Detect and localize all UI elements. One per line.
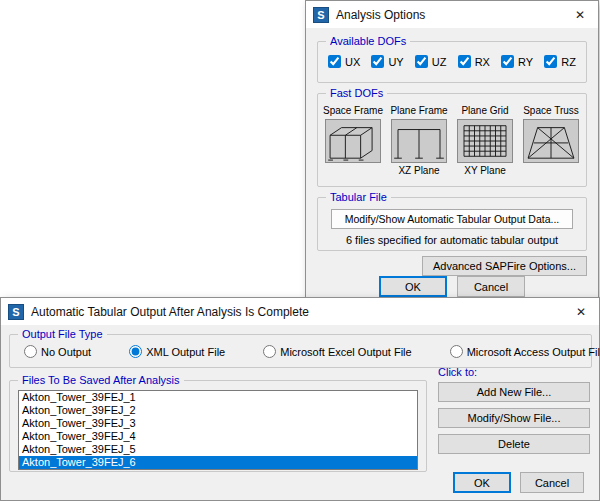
dof-checkbox-item-ry[interactable]: RY xyxy=(501,55,533,68)
file-list-item[interactable]: Akton_Tower_39FEJ_3 xyxy=(19,417,417,430)
space-truss-button[interactable] xyxy=(523,119,579,163)
close-icon: ✕ xyxy=(576,305,586,319)
plane-frame-icon xyxy=(392,120,446,162)
space-truss-label: Space Truss xyxy=(523,105,579,117)
plane-grid-icon xyxy=(458,120,512,162)
dof-label: UZ xyxy=(432,56,447,68)
plane-grid-plane-label: XY Plane xyxy=(464,165,506,177)
dof-label: RY xyxy=(518,56,533,68)
file-list-item[interactable]: Akton_Tower_39FEJ_5 xyxy=(19,443,417,456)
space-frame-icon xyxy=(326,120,380,162)
delete-file-button[interactable]: Delete xyxy=(438,434,590,454)
fast-dofs-label: Fast DOFs xyxy=(326,87,387,99)
plane-frame-plane-label: XZ Plane xyxy=(398,165,439,177)
access-output-radio[interactable] xyxy=(450,345,463,358)
fast-dof-plane-frame: Plane Frame XZ Plane xyxy=(390,105,449,177)
analysis-dialog-title: Analysis Options xyxy=(329,8,562,22)
radio-label: Microsoft Excel Output File xyxy=(280,346,411,358)
plane-grid-label: Plane Grid xyxy=(461,105,508,117)
radio-item-no-output[interactable]: No Output xyxy=(24,345,91,358)
analysis-titlebar: S Analysis Options ✕ xyxy=(306,1,598,28)
dof-checkbox-rx[interactable] xyxy=(458,55,471,68)
file-list[interactable]: Akton_Tower_39FEJ_1 Akton_Tower_39FEJ_2 … xyxy=(18,390,418,470)
space-frame-button[interactable] xyxy=(325,119,381,163)
dof-checkbox-item-uy[interactable]: UY xyxy=(371,55,403,68)
modify-show-tabular-output-button[interactable]: Modify/Show Automatic Tabular Output Dat… xyxy=(331,209,573,229)
tabular-file-status: 6 files specified for automatic tabular … xyxy=(318,234,586,246)
dof-checkbox-uz[interactable] xyxy=(415,55,428,68)
dof-checkbox-item-ux[interactable]: UX xyxy=(328,55,360,68)
files-to-be-saved-group: Files To Be Saved After Analysis Akton_T… xyxy=(9,380,427,472)
click-to-label: Click to: xyxy=(438,366,477,378)
xml-output-radio[interactable] xyxy=(129,345,142,358)
fast-dof-plane-grid: Plane Grid XY Plane xyxy=(456,105,515,177)
radio-label: Microsoft Access Output File xyxy=(467,346,600,358)
plane-frame-label: Plane Frame xyxy=(390,105,447,117)
radio-item-excel-output[interactable]: Microsoft Excel Output File xyxy=(263,345,411,358)
fast-dofs-row: Space Frame Plane Frame xyxy=(318,105,586,177)
dof-checkbox-item-rx[interactable]: RX xyxy=(458,55,490,68)
automatic-tabular-output-dialog: S Automatic Tabular Output After Analysi… xyxy=(0,297,600,501)
analysis-cancel-button[interactable]: Cancel xyxy=(457,276,525,297)
dof-label: RZ xyxy=(561,56,576,68)
close-button[interactable]: ✕ xyxy=(563,298,599,325)
output-file-type-group: Output File Type No Output XML Output Fi… xyxy=(9,334,592,368)
analysis-options-dialog: S Analysis Options ✕ Available DOFs UX U… xyxy=(305,0,599,298)
available-dofs-group: Available DOFs UX UY UZ RX RY xyxy=(317,41,587,83)
output-type-radio-row: No Output XML Output File Microsoft Exce… xyxy=(24,345,600,358)
tabular-cancel-button[interactable]: Cancel xyxy=(520,472,584,493)
modify-show-file-button[interactable]: Modify/Show File... xyxy=(438,408,590,428)
analysis-ok-cancel-row: OK Cancel xyxy=(306,276,598,297)
file-list-item[interactable]: Akton_Tower_39FEJ_4 xyxy=(19,430,417,443)
tabular-file-group: Tabular File Modify/Show Automatic Tabul… xyxy=(317,197,587,251)
plane-grid-button[interactable] xyxy=(457,119,513,163)
dof-checkbox-item-uz[interactable]: UZ xyxy=(415,55,447,68)
advanced-sapfire-options-button[interactable]: Advanced SAPFire Options... xyxy=(422,256,587,276)
output-file-type-label: Output File Type xyxy=(18,328,107,340)
add-new-file-button[interactable]: Add New File... xyxy=(438,382,590,402)
tabular-file-label: Tabular File xyxy=(326,191,391,203)
dof-checkbox-ux[interactable] xyxy=(328,55,341,68)
fast-dof-space-frame: Space Frame xyxy=(324,105,383,177)
excel-output-radio[interactable] xyxy=(263,345,276,358)
dof-checkbox-rz[interactable] xyxy=(544,55,557,68)
dof-checkbox-uy[interactable] xyxy=(371,55,384,68)
file-list-item[interactable]: Akton_Tower_39FEJ_2 xyxy=(19,404,417,417)
file-list-item[interactable]: Akton_Tower_39FEJ_1 xyxy=(19,391,417,404)
close-icon: ✕ xyxy=(575,8,585,22)
dof-checkbox-item-rz[interactable]: RZ xyxy=(544,55,576,68)
tabular-ok-cancel-row: OK Cancel xyxy=(453,472,584,493)
radio-item-xml-output[interactable]: XML Output File xyxy=(129,345,225,358)
space-truss-icon xyxy=(524,120,578,162)
tabular-dialog-title: Automatic Tabular Output After Analysis … xyxy=(24,305,563,319)
radio-label: XML Output File xyxy=(146,346,225,358)
plane-frame-button[interactable] xyxy=(391,119,447,163)
dof-checkbox-row: UX UY UZ RX RY RZ xyxy=(328,55,576,68)
fast-dofs-group: Fast DOFs Space Frame Plane Frame xyxy=(317,93,587,187)
tabular-titlebar: S Automatic Tabular Output After Analysi… xyxy=(1,298,599,325)
radio-item-access-output[interactable]: Microsoft Access Output File xyxy=(450,345,600,358)
dof-label: UX xyxy=(345,56,360,68)
space-frame-label: Space Frame xyxy=(323,105,383,117)
fast-dof-space-truss: Space Truss xyxy=(522,105,581,177)
dof-label: RX xyxy=(475,56,490,68)
app-icon: S xyxy=(313,7,329,23)
tabular-ok-button[interactable]: OK xyxy=(453,472,511,493)
close-button[interactable]: ✕ xyxy=(562,1,598,28)
no-output-radio[interactable] xyxy=(24,345,37,358)
app-icon: S xyxy=(8,304,24,320)
radio-label: No Output xyxy=(41,346,91,358)
dof-label: UY xyxy=(388,56,403,68)
available-dofs-label: Available DOFs xyxy=(326,35,410,47)
files-to-be-saved-label: Files To Be Saved After Analysis xyxy=(18,374,184,386)
analysis-ok-button[interactable]: OK xyxy=(379,276,447,297)
file-list-item[interactable]: Akton_Tower_39FEJ_6 xyxy=(19,456,417,469)
dof-checkbox-ry[interactable] xyxy=(501,55,514,68)
